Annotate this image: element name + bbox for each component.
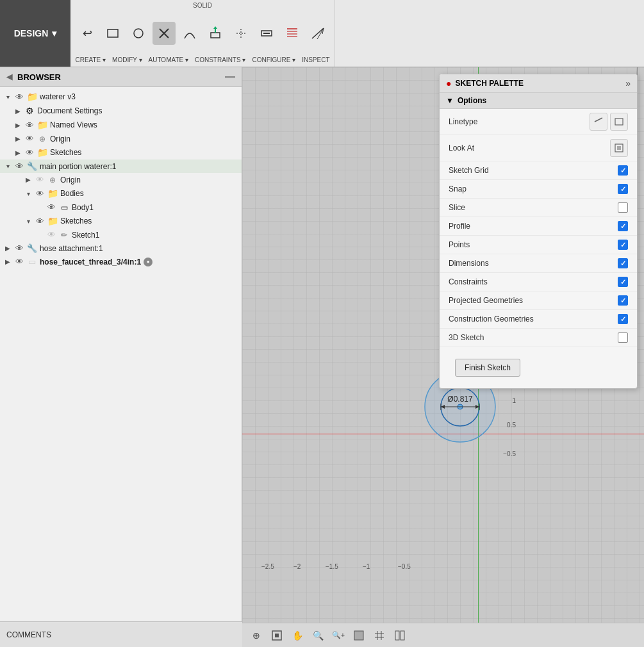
sketchgrid-label: Sketch Grid [449,166,489,175]
linetype-icon-2[interactable] [610,113,628,131]
3dsketch-checkbox-wrap [618,332,628,343]
configure-icon[interactable] [255,22,278,45]
dimensions-checkbox[interactable] [618,258,628,268]
tree-item-root[interactable]: ▾ 👁 📁 waterer v3 [0,90,242,104]
sketches-eye[interactable]: 👁 [23,148,36,158]
tree-item-origin2[interactable]: ▶ 👁 ⊕ Origin [0,173,242,186]
snap-view-icon[interactable] [268,627,286,644]
comments-label: COMMENTS [6,630,51,639]
pan-icon[interactable]: ✋ [288,627,306,644]
mainportion-eye[interactable]: 👁 [13,161,26,171]
measure-icon[interactable] [306,22,329,45]
constraints-checkbox[interactable] [618,277,628,287]
origin-eye[interactable]: 👁 [23,134,36,143]
svg-rect-37 [395,631,399,640]
zoom-icon[interactable]: 🔍 [309,627,327,644]
modify-sublabel[interactable]: MODIFY ▾ [112,56,142,65]
root-eye[interactable]: 👁 [13,92,26,102]
namedviews-folder-icon: 📁 [36,120,49,130]
hoseattach-eye[interactable]: 👁 [13,243,26,253]
tree-item-bodies[interactable]: ▾ 👁 📁 Bodies [0,186,242,201]
configure-sublabel[interactable]: CONFIGURE ▾ [252,56,295,65]
slice-checkbox-wrap [618,202,628,213]
hoseattach-arrow: ▶ [3,245,13,252]
3dsketch-checkbox[interactable] [618,332,628,343]
palette-expand-icon[interactable]: » [625,78,631,88]
sketches-arrow: ▶ [13,149,23,156]
origin-arrow: ▶ [13,135,23,142]
dimensions-checkbox-wrap [618,258,628,268]
axis-label-neg1-h: −1 [363,563,370,570]
constraints-sublabel[interactable]: CONSTRAINTS ▾ [195,56,245,65]
svg-text:Ø0.817: Ø0.817 [447,395,473,404]
sketch-palette-label: SKETCH PALETTE [455,79,523,88]
options-arrow-icon: ▼ [446,96,454,105]
bodies-folder-icon: 📁 [46,188,59,199]
bodies-eye[interactable]: 👁 [33,189,46,199]
tree-item-sketch1[interactable]: 👁 ✏ Sketch1 [0,228,242,242]
sketches2-label: Sketches [60,217,92,225]
cut-icon[interactable] [153,22,176,45]
svg-rect-10 [263,33,270,34]
undo-icon[interactable]: ↩ [76,22,99,45]
canvas-area[interactable]: 2.5 2 1.5 1 0.5 −0.5 −2.5 −2 −1.5 −1 −0.… [242,67,644,647]
palette-row-snap: Snap [440,180,637,199]
display-mode-icon[interactable] [350,627,368,644]
tree-item-body1[interactable]: 👁 ▭ Body1 [0,201,242,214]
finish-sketch-button[interactable]: Finish Sketch [455,359,520,377]
tree-item-origin[interactable]: ▶ 👁 ⊕ Origin [0,132,242,145]
svg-rect-4 [211,33,220,38]
root-arrow: ▾ [3,94,13,101]
zoom-in-icon[interactable]: 🔍+ [329,627,347,644]
palette-row-3dsketch: 3D Sketch [440,329,637,347]
slice-checkbox[interactable] [618,202,628,213]
docsettings-icon: ⚙ [23,106,36,116]
constraints-icon[interactable] [229,22,252,45]
tree-item-docsettings[interactable]: ▶ ⚙ Document Settings [0,104,242,118]
axis-label-neg25-h: −2.5 [261,563,274,570]
body1-eye[interactable]: 👁 [45,202,58,212]
browser-arrow[interactable]: ◀ [6,72,12,81]
grid-view-icon[interactable] [370,627,388,644]
projgeo-label: Projected Geometries [449,296,523,305]
linetype-icon-1[interactable] [590,113,607,131]
sketchgrid-checkbox[interactable] [618,165,628,176]
tree-item-namedviews[interactable]: ▶ 👁 📁 Named Views [0,118,242,132]
automate-sublabel[interactable]: AUTOMATE ▾ [149,56,188,65]
layout-icon[interactable] [391,627,409,644]
tree-item-hosefaucet[interactable]: ▶ 👁 ▭ hose_faucet_thread_3/4in:1 ● [0,255,242,268]
extrude-icon[interactable] [204,22,227,45]
tree-item-hoseattach[interactable]: ▶ 👁 🔧 hose attachment:1 [0,242,242,255]
palette-row-points: Points [440,236,637,254]
snap-checkbox[interactable] [618,184,628,194]
constgeo-label: Construction Geometries [449,315,534,324]
transform-icon[interactable]: ⊕ [247,627,265,644]
sketches2-eye[interactable]: 👁 [33,217,46,226]
tree-item-mainportion[interactable]: ▾ 👁 🔧 main portion waterer:1 [0,160,242,173]
projgeo-checkbox[interactable] [618,295,628,306]
section-solid: SOLID ↩ [70,0,335,67]
solid-icons: ↩ [74,10,331,56]
browser-minimize[interactable]: — [225,71,235,83]
lookat-icon[interactable] [610,139,628,157]
tree-item-sketches2[interactable]: ▾ 👁 📁 Sketches [0,214,242,228]
sketch1-eye[interactable]: 👁 [45,230,58,240]
arc-icon[interactable] [178,22,201,45]
namedviews-eye[interactable]: 👁 [23,120,36,130]
palette-options-header[interactable]: ▼ Options [440,93,637,109]
hosefaucet-eye[interactable]: 👁 [13,257,26,266]
design-button[interactable]: DESIGN ▾ [0,0,70,67]
hoseattach-label: hose attachment:1 [40,244,103,253]
inspect-icon[interactable] [281,22,304,45]
rect-icon[interactable] [101,22,124,45]
axis-label-neg15-h: −1.5 [326,563,338,570]
origin2-eye[interactable]: 👁 [33,175,46,184]
create-sublabel[interactable]: CREATE ▾ [75,56,106,65]
circle-icon[interactable] [127,22,150,45]
points-checkbox[interactable] [618,240,628,250]
profile-checkbox[interactable] [618,221,628,231]
constgeo-checkbox[interactable] [618,314,628,324]
tree-item-sketches[interactable]: ▶ 👁 📁 Sketches [0,145,242,160]
inspect-sublabel[interactable]: INSPECT [302,56,329,65]
sketch-palette-title: ● SKETCH PALETTE [446,78,524,88]
